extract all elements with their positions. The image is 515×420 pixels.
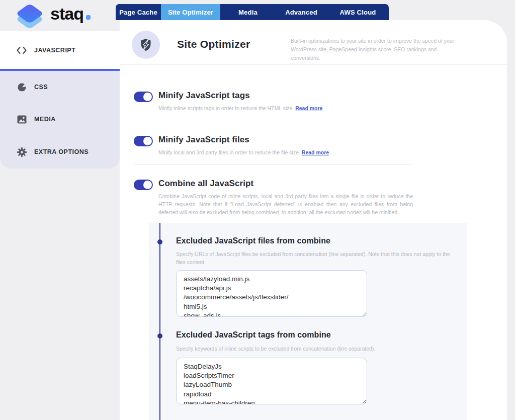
top-nav-tabs: Page Cache Site Optimizer Media Advanced…	[116, 4, 389, 20]
read-more-link[interactable]: Read more	[295, 105, 322, 111]
tab-site-optimizer[interactable]: Site Optimizer	[161, 4, 220, 20]
gear-icon	[16, 147, 27, 157]
section-divider	[134, 121, 412, 121]
shield-bolt-icon	[132, 31, 160, 59]
sidebar-item-extra-options[interactable]: EXTRA OPTIONS	[0, 135, 120, 169]
sidebar-item-javascript[interactable]: JAVASCRIPT	[0, 31, 120, 69]
setting-description: Combine JavaScript code of inline script…	[158, 193, 413, 216]
staq-diamond-icon	[14, 2, 45, 29]
sidebar-item-label: MEDIA	[34, 116, 56, 123]
brand-logo: staq	[0, 0, 116, 31]
bullet-dot	[157, 333, 162, 339]
setting-label: Combine all JavaScript	[158, 179, 253, 189]
sidebar-menu: CSS MEDIA EXTRA OPTIONS	[0, 71, 120, 169]
setting-label: Minify JavaScript files	[158, 135, 249, 145]
pie-icon	[16, 82, 27, 92]
connector-line	[159, 223, 160, 420]
subsection-title: Excluded JavaScript files from combine	[176, 236, 330, 245]
setting-description: Minfiy inline scripts tags in order to r…	[158, 105, 322, 113]
setting-label: Minify JavaScript tags	[158, 91, 250, 101]
toggle-minify-js-tags[interactable]	[134, 92, 153, 102]
sidebar-item-label: EXTRA OPTIONS	[34, 148, 89, 155]
excluded-js-files-textarea[interactable]: assets/lazyload.min.js recaptcha/api.js …	[176, 270, 367, 317]
page-description: Built-in optimizations to your site in o…	[291, 37, 465, 62]
excluded-js-tags-textarea[interactable]: StaqDelayJs loadScriptsTimer lazyLoadThu…	[176, 358, 367, 404]
code-icon	[16, 46, 27, 54]
header-divider	[120, 64, 507, 65]
setting-description: Minify local and 3rd party files in orde…	[158, 149, 329, 157]
brand-dot	[86, 15, 91, 20]
subsection-description: Specify keywords of inline scripts to be…	[176, 345, 450, 353]
site-optimizer-panel: Site Optimizer Built-in optimizations to…	[120, 20, 507, 420]
tab-media[interactable]: Media	[220, 4, 276, 20]
subsection-title: Excluded JavaScript tags from combine	[176, 330, 331, 340]
read-more-link[interactable]: Read more	[302, 149, 329, 155]
sidebar-item-media[interactable]: MEDIA	[0, 103, 120, 135]
tab-page-cache[interactable]: Page Cache	[116, 4, 161, 20]
sidebar-item-label: JAVASCRIPT	[34, 47, 75, 54]
toggle-combine-all-js[interactable]	[134, 180, 153, 190]
brand-name: staq	[50, 4, 91, 24]
image-icon	[16, 115, 27, 124]
bullet-dot	[157, 239, 162, 244]
tab-aws-cloud[interactable]: AWS Cloud	[327, 4, 389, 20]
sidebar-item-css[interactable]: CSS	[0, 71, 120, 103]
subsection-description: Specify URLs of JavaScript files be excl…	[176, 250, 450, 267]
toggle-minify-js-files[interactable]	[134, 136, 153, 146]
tab-advanced[interactable]: Advanced	[276, 4, 327, 20]
brand-name-text: staq	[50, 4, 83, 23]
section-divider	[134, 164, 412, 165]
setting-description-text: Minify local and 3rd party files in orde…	[158, 149, 300, 155]
page-title: Site Optimizer	[177, 38, 250, 50]
setting-description-text: Minfiy inline scripts tags in order to r…	[158, 105, 294, 111]
combine-exclusions-panel: Excluded JavaScript files from combine S…	[149, 223, 467, 420]
sidebar-item-label: CSS	[34, 83, 48, 91]
